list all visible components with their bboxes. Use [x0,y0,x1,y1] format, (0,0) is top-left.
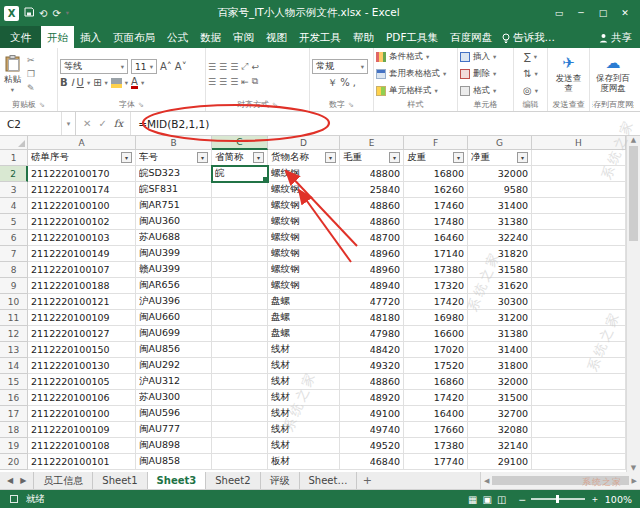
dialog-launcher-icon[interactable]: ⇘ [272,101,278,109]
cell-C1[interactable]: 省简称▾ [212,150,268,166]
row-header-18[interactable]: 18 [0,422,28,438]
zoom-level[interactable]: 100% [605,494,632,505]
cell-H2[interactable] [532,166,626,182]
scroll-down-icon[interactable]: ▼ [631,464,636,472]
sheet-tab-4[interactable]: Sheet2 [206,472,260,489]
zoom-slider-thumb[interactable] [556,495,559,503]
number-format-select[interactable]: 常规▾ [312,59,368,74]
copy-icon[interactable]: ❐ [27,69,35,79]
cell-F5[interactable]: 17480 [404,214,468,230]
cell-C13[interactable] [212,342,268,358]
underline-caret-icon[interactable]: ▾ [87,79,90,87]
italic-icon[interactable]: I [71,77,74,89]
cell-D3[interactable]: 螺纹钢 [268,182,340,198]
cell-D17[interactable]: 线材 [268,406,340,422]
row-header-7[interactable]: 7 [0,246,28,262]
column-header-D[interactable]: D [268,136,340,150]
cell-A15[interactable]: 2112220100105 [28,374,136,390]
cell-E8[interactable]: 48960 [340,262,404,278]
cell-B1[interactable]: 车号▾ [136,150,212,166]
merge-center-icon[interactable]: ⧉ [252,76,258,87]
cell-B3[interactable]: 皖SF831 [136,182,212,198]
filter-dropdown-icon[interactable]: ▾ [253,152,264,163]
row-header-3[interactable]: 3 [0,182,28,198]
cell-B14[interactable]: 闽AU292 [136,358,212,374]
tab-formulas[interactable]: 公式 [161,26,194,48]
cell-B20[interactable]: 闽AU858 [136,454,212,470]
cell-B12[interactable]: 闽AU699 [136,326,212,342]
scroll-left-icon[interactable]: ◀ [484,477,489,485]
cell-A4[interactable]: 2112220100100 [28,198,136,214]
cell-E4[interactable]: 48860 [340,198,404,214]
cell-D20[interactable]: 板材 [268,454,340,470]
sheet-tab-3[interactable]: Sheet3 [148,472,207,489]
cell-B5[interactable]: 闽AU360 [136,214,212,230]
cell-A11[interactable]: 2112220100109 [28,310,136,326]
horizontal-scroll-thumb[interactable] [492,476,628,485]
cell-D7[interactable]: 螺纹钢 [268,246,340,262]
cell-F4[interactable]: 17460 [404,198,468,214]
filter-dropdown-icon[interactable]: ▾ [517,152,528,163]
cell-C15[interactable] [212,374,268,390]
send-button[interactable]: ✈ 发送查查 [550,50,587,98]
dialog-launcher-icon[interactable]: ⇘ [39,101,45,109]
normal-view-icon[interactable]: ▦ [468,494,477,505]
format-painter-icon[interactable]: ✎ [27,83,35,93]
cell-B11[interactable]: 闽AU660 [136,310,212,326]
cell-E3[interactable]: 25840 [340,182,404,198]
cell-C7[interactable] [212,246,268,262]
tab-file[interactable]: 文件 [0,26,41,48]
cell-B17[interactable]: 闽AU596 [136,406,212,422]
cell-E13[interactable]: 48420 [340,342,404,358]
vertical-scrollbar[interactable]: ▲ ▼ [626,136,640,472]
formula-input[interactable]: =MID(B2,1,1) [131,112,640,135]
dialog-launcher-icon[interactable]: ⇘ [348,101,354,109]
cell-G5[interactable]: 31380 [468,214,532,230]
fill-color-icon[interactable] [111,78,122,88]
conditional-formatting-button[interactable]: 条件格式▾ [376,51,455,63]
cell-C11[interactable] [212,310,268,326]
cell-D8[interactable]: 螺纹钢 [268,262,340,278]
cell-A17[interactable]: 2112220100100 [28,406,136,422]
cell-F6[interactable]: 16460 [404,230,468,246]
cell-F12[interactable]: 16600 [404,326,468,342]
cell-D15[interactable]: 线材 [268,374,340,390]
cell-A5[interactable]: 2112220100102 [28,214,136,230]
cell-C20[interactable] [212,454,268,470]
sheet-tab-2[interactable]: Sheet1 [93,472,147,489]
cell-D13[interactable]: 线材 [268,342,340,358]
insert-function-icon[interactable]: fx [114,118,123,129]
increase-font-icon[interactable]: A˄ [160,61,172,73]
cell-C10[interactable] [212,294,268,310]
cell-F10[interactable]: 17420 [404,294,468,310]
page-layout-view-icon[interactable]: ▣ [482,494,491,505]
cell-A6[interactable]: 2112220100103 [28,230,136,246]
cell-C19[interactable] [212,438,268,454]
cell-B18[interactable]: 闽AU777 [136,422,212,438]
dialog-launcher-icon[interactable]: ⇘ [138,101,144,109]
cell-B6[interactable]: 苏AU688 [136,230,212,246]
currency-format-icon[interactable]: ￥ [327,77,337,89]
cell-D14[interactable]: 线材 [268,358,340,374]
cell-G13[interactable]: 31400 [468,342,532,358]
cell-H5[interactable] [532,214,626,230]
cell-H20[interactable] [532,454,626,470]
row-header-20[interactable]: 20 [0,454,28,470]
cell-G10[interactable]: 30300 [468,294,532,310]
cell-E20[interactable]: 46840 [340,454,404,470]
cell-B7[interactable]: 闽AU399 [136,246,212,262]
cell-F3[interactable]: 16260 [404,182,468,198]
cell-F15[interactable]: 16860 [404,374,468,390]
cell-C2[interactable]: 皖 [212,166,268,182]
cell-G18[interactable]: 32080 [468,422,532,438]
cell-D16[interactable]: 线材 [268,390,340,406]
cell-C18[interactable] [212,422,268,438]
cell-E9[interactable]: 48940 [340,278,404,294]
cell-B8[interactable]: 赣AU399 [136,262,212,278]
filter-dropdown-icon[interactable]: ▾ [325,152,336,163]
row-header-14[interactable]: 14 [0,358,28,374]
decrease-font-icon[interactable]: A˅ [175,61,187,73]
cut-icon[interactable]: ✂ [27,55,35,65]
cell-F18[interactable]: 17660 [404,422,468,438]
sort-filter-button[interactable]: ⇅▾ [523,68,538,80]
